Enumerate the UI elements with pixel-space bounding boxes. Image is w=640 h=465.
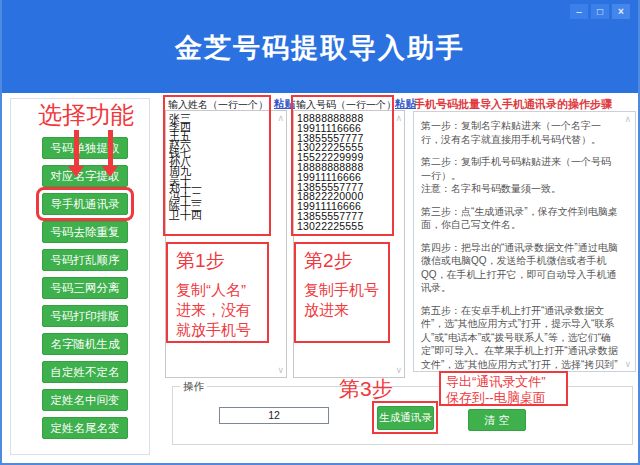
window-controls: – □ × <box>570 4 630 19</box>
scroll-up-icon[interactable]: ∧ <box>624 114 631 124</box>
step2-body: 复制手机号 放进来 <box>304 280 388 320</box>
annotation-step2-box: 第2步 复制手机号 放进来 <box>294 242 390 343</box>
count-field[interactable]: 12 <box>219 407 329 424</box>
sidebar-function-list: 号码单独提取 对应名字提取 导手机通讯录 号码去除重复 号码打乱顺序 号码三网分… <box>42 137 128 439</box>
sidebar-function-button[interactable]: 导手机通讯录 <box>42 193 128 215</box>
instruction-paragraph: 第四步：把导出的“通讯录数据文件”通过电脑微信或电脑QQ，发送给手机微信或者手机… <box>421 241 619 295</box>
names-paste-link[interactable]: 粘贴 <box>274 97 295 111</box>
instruction-paragraph: 第一步：复制名字粘贴进来（一个名字一行，没有名字就直接用手机号码代替）。 <box>421 119 619 146</box>
close-icon[interactable]: × <box>612 4 630 19</box>
annotation-step1-box: 第1步 复制“人名” 进来，没有 就放手机号 <box>166 242 269 343</box>
name-entry: 卫十四 <box>166 211 286 220</box>
sidebar-function-button[interactable]: 名字随机生成 <box>42 333 128 355</box>
annotation-arrowhead-left <box>68 166 84 177</box>
sidebar-function-button[interactable]: 号码去除重复 <box>42 221 128 243</box>
sidebar-function-button[interactable]: 定姓名尾名变 <box>42 417 128 439</box>
step3-label: 第3步 <box>339 375 393 403</box>
instruction-paragraph: 第二步：复制手机号码粘贴进来（一个号码一行）。 注意：名字和号码数量须一致。 <box>421 155 619 196</box>
window-title: 金芝号码提取导入助手 <box>0 30 640 66</box>
instruction-paragraph: 第三步：点“生成通讯录”，保存文件到电脑桌面，你自己写文件名。 <box>421 205 619 232</box>
numbers-paste-link[interactable]: 粘贴 <box>395 97 416 111</box>
sidebar-heading: 选择功能 <box>38 99 134 131</box>
sidebar-function-button[interactable]: 号码打乱顺序 <box>42 249 128 271</box>
scroll-down-icon[interactable]: ∨ <box>277 365 284 375</box>
annotation-export-note: 导出“通讯录文件” 保存到--电脑桌面 <box>439 371 568 406</box>
number-entry: 13022225555 <box>294 222 404 232</box>
app-window: 金芝号码提取导入助手 – □ × 选择功能 号码单独提取 对应名字提取 导手机通… <box>0 0 640 465</box>
annotation-arrow-right <box>108 130 113 168</box>
sidebar-function-button[interactable]: 自定姓不定名 <box>42 361 128 383</box>
annotation-arrow-left <box>74 130 79 168</box>
scroll-up-icon[interactable]: ∧ <box>395 113 402 123</box>
annotation-arrowhead-right <box>102 166 118 177</box>
step2-title: 第2步 <box>304 248 388 274</box>
sidebar-function-button[interactable]: 定姓名中间变 <box>42 389 128 411</box>
instruction-paragraph: 第五步：在安卓手机上打开“通讯录数据文件”，选“其他应用方式”打开，提示导入“联… <box>421 304 619 373</box>
instructions-heading: 手机号码批量导入手机通讯录的操作步骤 <box>414 97 612 112</box>
titlebar: 金芝号码提取导入助手 – □ × <box>0 0 640 93</box>
sidebar-function-button[interactable]: 号码打印排版 <box>42 305 128 327</box>
sidebar-function-button[interactable]: 号码单独提取 <box>42 137 128 159</box>
operations-group-label: 操作 <box>180 380 207 394</box>
maximize-icon[interactable]: □ <box>591 4 609 19</box>
instructions-box[interactable]: ∧ ∨ 第一步：复制名字粘贴进来（一个名字一行，没有名字就直接用手机号码代替）。… <box>413 111 636 372</box>
scroll-down-icon[interactable]: ∨ <box>395 365 402 375</box>
clear-button[interactable]: 清 空 <box>468 409 526 431</box>
step1-title: 第1步 <box>176 248 267 274</box>
scroll-down-icon[interactable]: ∨ <box>624 359 631 369</box>
scroll-up-icon[interactable]: ∧ <box>277 113 284 123</box>
names-column-header: 输入姓名（一行一个） <box>168 98 268 112</box>
names-list: 张三 李四 王五 赵六 钱七 孙八 周九 吴十 郑十一 冯十二 陈十三 <box>166 111 286 220</box>
instructions-text: 第一步：复制名字粘贴进来（一个名字一行，没有名字就直接用手机号码代替）。 第二步… <box>414 112 635 372</box>
generate-contacts-button[interactable]: 生成通讯录 <box>377 406 434 430</box>
step1-body: 复制“人名” 进来，没有 就放手机号 <box>176 280 267 340</box>
numbers-list: 18888888888 19911116666 13855557777 1302… <box>294 111 404 232</box>
minimize-icon[interactable]: – <box>570 4 588 19</box>
numbers-column-header: 输入号码（一行一个） <box>296 98 396 112</box>
sidebar-function-button[interactable]: 号码三网分离 <box>42 277 128 299</box>
